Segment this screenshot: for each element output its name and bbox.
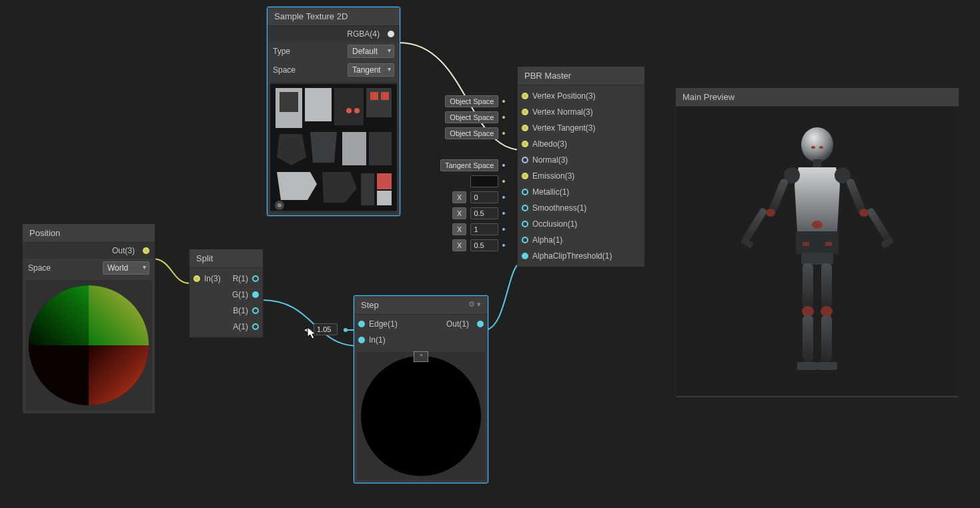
node-title: Step ⚙ ▾ [354,296,488,315]
port-label-g: G(1) [232,290,248,299]
badge-tangent-space: Tangent Space [440,159,498,171]
svg-rect-13 [361,173,374,205]
port-vertex-normal[interactable] [522,109,528,115]
node-title: PBR Master [518,67,644,85]
svg-rect-46 [817,362,837,370]
svg-rect-23 [813,159,821,167]
svg-rect-8 [381,92,389,100]
occlusion-value[interactable] [470,223,498,235]
svg-point-9 [346,108,352,113]
svg-point-22 [819,146,823,149]
svg-rect-3 [280,92,298,112]
port-r[interactable] [252,275,259,282]
port-label-a: A(1) [233,322,248,331]
svg-point-32 [766,209,775,217]
port-in[interactable] [193,275,200,282]
label-metallic: Metallic(1) [532,187,569,197]
label-emission: Emission(3) [532,171,574,181]
port-b[interactable] [252,307,259,314]
main-preview-panel[interactable]: Main Preview [675,87,959,398]
port-albedo[interactable] [522,141,528,147]
port-rgba-out[interactable] [388,31,394,37]
main-preview-canvas [676,107,959,396]
port-edge[interactable] [358,321,365,327]
drag-arrows-icon[interactable]: ◂▸ [304,325,312,334]
port-g[interactable] [252,291,259,298]
label-vertex-tangent: Vertex Tangent(3) [532,123,596,133]
port-vertex-position[interactable] [522,93,528,99]
label-vertex-normal: Vertex Normal(3) [532,107,593,117]
port-emission[interactable] [522,173,528,179]
label-space: Space [28,263,99,273]
svg-rect-4 [305,88,332,121]
node-pbr-master[interactable]: PBR Master Vertex Position(3) Vertex Nor… [517,66,645,267]
svg-point-20 [801,127,833,162]
port-smoothness[interactable] [522,205,528,211]
dropdown-space[interactable]: World [103,261,149,275]
badge-object-space-2: Object Space [445,111,498,123]
svg-rect-14 [377,173,392,189]
x-badge: X [452,223,466,235]
node-title: Sample Texture 2D [268,7,400,26]
svg-rect-5 [334,88,364,125]
svg-rect-15 [377,191,392,205]
port-alpha[interactable] [522,237,528,243]
x-badge: X [452,239,466,251]
svg-rect-7 [370,92,378,100]
metallic-value[interactable] [470,191,498,203]
node-split[interactable]: Split In(3) R(1) G(1) B(1) A(1) [189,249,264,338]
port-label-out: Out(3) [112,246,135,255]
step-preview [357,352,485,480]
label-alpha: Alpha(1) [532,235,562,245]
node-step[interactable]: Step ⚙ ▾ Edge(1) In(1) Out(1) ˄ [354,295,488,483]
step-edge-value[interactable] [314,323,338,335]
label-space: Space [273,65,344,75]
node-sample-texture-2d[interactable]: Sample Texture 2D RGBA(4) Type Default S… [267,7,400,216]
svg-rect-39 [803,263,813,309]
texture-preview [270,82,397,213]
label-albedo: Albedo(3) [532,139,567,149]
badge-object-space-3: Object Space [445,127,498,139]
port-normal[interactable] [522,157,528,163]
dropdown-type[interactable]: Default [348,45,394,58]
svg-rect-24 [796,231,839,254]
node-position[interactable]: Position Out(3) Space World [22,223,155,414]
x-badge: X [452,191,466,203]
svg-rect-12 [369,132,392,165]
svg-rect-26 [803,242,809,246]
svg-rect-38 [801,253,833,265]
port-metallic[interactable] [522,189,528,195]
label-alphaclip: AlphaClipThreshold(1) [532,251,612,261]
port-out[interactable] [143,247,149,254]
badge-object-space-1: Object Space [445,95,498,107]
smoothness-value[interactable] [470,207,498,219]
svg-point-25 [812,221,823,229]
x-badge: X [452,207,466,219]
port-label-r: R(1) [233,274,248,283]
port-label-b: B(1) [233,306,248,315]
dropdown-space[interactable]: Tangent [348,63,394,77]
port-out[interactable] [477,321,484,327]
node-title: Split [189,249,263,268]
svg-point-44 [821,306,833,317]
gear-icon[interactable]: ⚙ ▾ [468,300,481,309]
svg-point-21 [811,146,815,149]
node-title: Position [23,224,155,243]
svg-rect-41 [803,315,813,362]
collapse-toggle[interactable]: ˄ [414,351,428,362]
emission-color-swatch[interactable] [470,175,498,187]
port-label-rgba: RGBA(4) [347,29,380,39]
svg-rect-11 [342,132,366,165]
port-occlusion[interactable] [522,221,528,227]
port-label-out: Out(1) [446,319,469,329]
port-in[interactable] [358,337,365,343]
port-label-in: In(1) [369,335,386,345]
port-a[interactable] [252,323,259,330]
label-type: Type [273,47,344,56]
alpha-value[interactable] [470,239,498,251]
svg-rect-45 [821,315,832,362]
svg-rect-42 [797,362,817,370]
port-vertex-tangent[interactable] [522,125,528,131]
port-alphaclip[interactable] [522,253,528,259]
position-preview [25,280,152,411]
